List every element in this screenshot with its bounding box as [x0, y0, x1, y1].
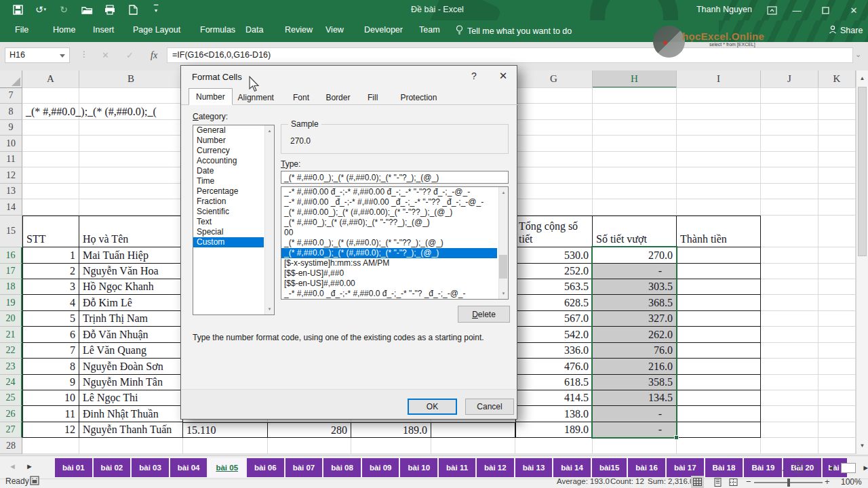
sheet-tab-bài-06[interactable]: bài 06 — [247, 458, 284, 477]
cell-A19[interactable]: 4 — [22, 295, 79, 311]
cell-H22[interactable]: 76.0 — [593, 343, 677, 359]
cell-H17[interactable]: - — [593, 264, 677, 279]
cell-B27[interactable]: Nguyễn Thanh Tuấn — [79, 422, 183, 438]
fill-handle[interactable] — [674, 435, 679, 440]
sheet-tab-bài15[interactable]: bài15 — [592, 458, 627, 477]
category-item-currency[interactable]: Currency — [193, 146, 264, 156]
sheet-tab-bài-14[interactable]: bài 14 — [553, 458, 591, 477]
zoom-level[interactable]: 100% — [841, 477, 862, 487]
dialog-tab-font[interactable]: Font — [285, 90, 317, 104]
tab-scroll-left-icon[interactable]: ◄ — [9, 462, 16, 470]
cell-I24[interactable] — [677, 375, 761, 390]
type-item[interactable]: [$-x-systime]h:mm:ss AM/PM — [281, 258, 497, 268]
category-item-time[interactable]: Time — [193, 176, 264, 186]
type-item[interactable]: 00 — [281, 228, 497, 238]
cell-B25[interactable]: Lê Ngọc Thi — [79, 390, 183, 406]
sheet-tab-bài-13[interactable]: bài 13 — [515, 458, 553, 477]
scroll-up-icon[interactable]: ▲ — [499, 188, 508, 197]
cell-A22[interactable]: 7 — [22, 343, 79, 359]
sheet-tab-bài-17[interactable]: bài 17 — [667, 458, 704, 477]
cell-A27[interactable]: 12 — [22, 422, 79, 438]
sheet-tab-bài-07[interactable]: bài 07 — [285, 458, 323, 477]
cell-I26[interactable] — [677, 406, 761, 422]
cell-A8[interactable]: _(* #,##0.0_);_(* (#,##0.0);_( — [22, 104, 183, 120]
row-header-19[interactable]: 19 — [0, 295, 22, 311]
row-header-20[interactable]: 20 — [0, 311, 22, 327]
scroll-down-icon[interactable]: ▼ — [856, 439, 868, 453]
dialog-tab-protection[interactable]: Protection — [393, 90, 444, 104]
cell-G15[interactable]: Tổng cộng số tiết — [515, 216, 593, 247]
type-item[interactable]: [$$-en-US]#,##0.00 — [281, 279, 497, 289]
row-header-25[interactable]: 25 — [0, 390, 22, 406]
row-header-22[interactable]: 22 — [0, 343, 22, 359]
select-all-button[interactable] — [0, 70, 22, 88]
column-header-A[interactable]: A — [22, 70, 79, 88]
vertical-scrollbar-thumb[interactable] — [858, 87, 867, 256]
tab-scroll-right-icon[interactable]: ► — [26, 462, 33, 470]
cell-B23[interactable]: Nguyễn Đoàn Sơn — [79, 359, 183, 375]
row-header-11[interactable]: 11 — [0, 152, 22, 167]
sheet-tab-bài-18[interactable]: Bài 18 — [705, 458, 743, 477]
type-item[interactable]: [$$-en-US]#,##0 — [281, 268, 497, 279]
sheet-tab-bài-04[interactable]: bài 04 — [170, 458, 208, 477]
cell-G26[interactable]: 138.0 — [515, 406, 593, 422]
cell-F27[interactable] — [431, 422, 515, 438]
category-item-percentage[interactable]: Percentage — [193, 186, 264, 197]
cell-I16[interactable] — [677, 247, 761, 264]
cell-H16[interactable]: 270.0 — [593, 247, 677, 264]
cell-B26[interactable]: Đinh Nhật Thuần — [79, 406, 183, 422]
column-header-J[interactable]: J — [761, 70, 818, 88]
category-item-general[interactable]: General — [193, 125, 264, 136]
row-header-8[interactable]: 8 — [0, 104, 22, 120]
cancel-button[interactable]: Cancel — [465, 399, 514, 415]
cell-H26[interactable]: - — [593, 406, 677, 422]
column-header-I[interactable]: I — [677, 70, 761, 88]
category-item-date[interactable]: Date — [193, 166, 264, 176]
row-header-13[interactable]: 13 — [0, 184, 22, 199]
cell-I25[interactable] — [677, 390, 761, 406]
sheet-tab-bài-19[interactable]: Bài 19 — [744, 458, 782, 477]
row-header-28[interactable]: 28 — [0, 438, 22, 454]
cell-B20[interactable]: Trịnh Thị Nam — [79, 311, 183, 327]
zoom-out-icon[interactable]: − — [746, 476, 751, 487]
row-header-15[interactable]: 15 — [0, 216, 22, 247]
row-header-18[interactable]: 18 — [0, 279, 22, 295]
sheet-tab-bài-02[interactable]: bài 02 — [94, 458, 131, 477]
page-layout-view-icon[interactable] — [711, 476, 724, 488]
cell-B19[interactable]: Đỗ Kim Lê — [79, 295, 183, 311]
cell-G22[interactable]: 336.0 — [515, 343, 593, 359]
cell-A23[interactable]: 8 — [22, 359, 79, 375]
hscroll-left-icon[interactable]: ◄ — [827, 464, 835, 472]
row-header-12[interactable]: 12 — [0, 167, 22, 184]
row-header-10[interactable]: 10 — [0, 136, 22, 152]
column-header-G[interactable]: G — [515, 70, 593, 88]
dialog-help-icon[interactable]: ? — [466, 70, 482, 81]
cell-G19[interactable]: 628.5 — [515, 295, 593, 311]
cell-I22[interactable] — [677, 343, 761, 359]
new-sheet-icon[interactable]: + — [793, 462, 804, 473]
cell-C27[interactable]: 15.110 — [183, 422, 268, 438]
dialog-close-icon[interactable]: ✕ — [494, 70, 512, 82]
zoom-slider-thumb[interactable] — [787, 479, 790, 487]
scroll-down-icon[interactable]: ▼ — [499, 289, 508, 298]
type-scrollbar[interactable]: ▲ ▼ — [498, 187, 508, 299]
category-scrollbar[interactable]: ▲ ▼ — [264, 125, 274, 314]
sheet-tab-bài-16[interactable]: bài 16 — [628, 458, 665, 477]
category-item-accounting[interactable]: Accounting — [193, 156, 264, 166]
cell-B16[interactable]: Mai Tuấn Hiệp — [79, 247, 183, 264]
column-header-H[interactable]: H — [593, 70, 677, 88]
cell-D27[interactable]: 280 — [268, 422, 351, 438]
cell-I18[interactable] — [677, 279, 761, 295]
type-item[interactable]: _-* #,##0.00 đ_-;-* #,##0.00 đ_-;_-* "-"… — [281, 187, 497, 197]
cell-E27[interactable]: 189.0 — [351, 422, 431, 438]
cell-I27[interactable] — [677, 422, 761, 438]
normal-view-icon[interactable] — [691, 476, 704, 488]
cell-H24[interactable]: 358.5 — [593, 375, 677, 390]
type-item[interactable]: _(* #,##0.00_);_(* (#,##0.00);_(* "-"??_… — [281, 207, 497, 218]
cell-B15[interactable]: Họ và Tên — [79, 216, 183, 247]
cell-G20[interactable]: 567.0 — [515, 311, 593, 327]
cell-A21[interactable]: 6 — [22, 327, 79, 343]
macro-record-icon[interactable] — [30, 476, 39, 487]
row-header-21[interactable]: 21 — [0, 327, 22, 343]
cell-H23[interactable]: 216.0 — [593, 359, 677, 375]
